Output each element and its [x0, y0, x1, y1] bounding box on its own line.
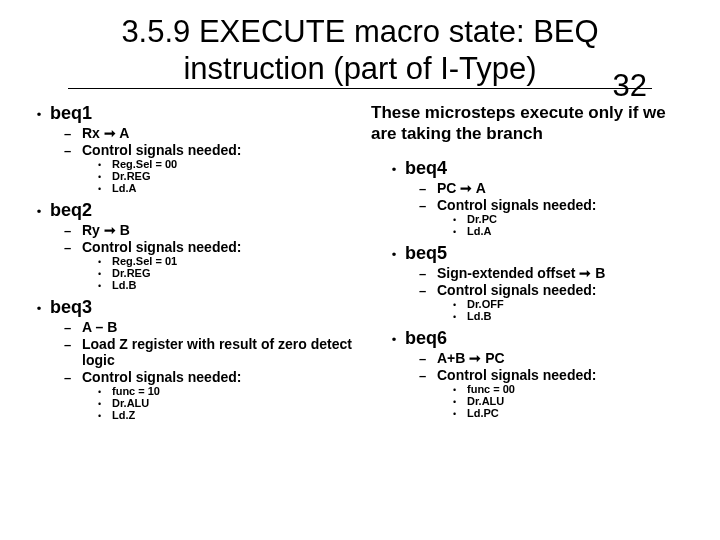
- signal-text: Ld.PC: [467, 407, 499, 419]
- signal-item: •Dr.OFF: [453, 298, 692, 310]
- bullet: •: [98, 172, 112, 182]
- signal-item: •Ld.Z: [98, 409, 355, 421]
- signal-item: •Ld.B: [98, 279, 355, 291]
- signal-text: Dr.OFF: [467, 298, 504, 310]
- microstep-label: beq5: [405, 243, 447, 264]
- right-column: These microsteps execute only if we are …: [365, 103, 692, 427]
- dash-bullet: –: [64, 240, 82, 255]
- microstep: •beq1–Rx ➞ A–Control signals needed:•Reg…: [28, 103, 355, 194]
- microstep: •beq6–A+B ➞ PC–Control signals needed:•f…: [383, 328, 692, 419]
- sub-text: Control signals needed:: [82, 142, 241, 158]
- signal-item: •Ld.B: [453, 310, 692, 322]
- dash-bullet: –: [419, 283, 437, 298]
- bullet: •: [98, 269, 112, 279]
- dash-bullet: –: [64, 126, 82, 141]
- signal-item: •Reg.Sel = 00: [98, 158, 355, 170]
- sub-text: A – B: [82, 319, 117, 335]
- sub-item: –A+B ➞ PC: [419, 350, 692, 366]
- bullet: •: [98, 160, 112, 170]
- microstep-label: beq6: [405, 328, 447, 349]
- bullet: •: [453, 227, 467, 237]
- sub-text: Control signals needed:: [82, 369, 241, 385]
- sub-item: –Control signals needed:•Dr.PC•Ld.A: [419, 197, 692, 237]
- signal-text: Reg.Sel = 01: [112, 255, 177, 267]
- signal-item: •func = 10: [98, 385, 355, 397]
- signal-item: •Dr.REG: [98, 267, 355, 279]
- signal-text: func = 10: [112, 385, 160, 397]
- slide-number: 32: [613, 68, 647, 104]
- sub-text: Control signals needed:: [437, 282, 596, 298]
- microstep-label: beq1: [50, 103, 92, 124]
- bullet: •: [28, 204, 50, 219]
- dash-bullet: –: [419, 368, 437, 383]
- microstep: •beq2–Ry ➞ B–Control signals needed:•Reg…: [28, 200, 355, 291]
- slide-title: 3.5.9 EXECUTE macro state: BEQ instructi…: [68, 14, 652, 89]
- sub-text: Ry ➞ B: [82, 222, 130, 238]
- sub-item: –Control signals needed:•Dr.OFF•Ld.B: [419, 282, 692, 322]
- dash-bullet: –: [64, 223, 82, 238]
- bullet: •: [98, 281, 112, 291]
- signal-text: Dr.PC: [467, 213, 497, 225]
- signal-text: Dr.REG: [112, 267, 151, 279]
- left-column: •beq1–Rx ➞ A–Control signals needed:•Reg…: [28, 103, 355, 427]
- signal-item: •Reg.Sel = 01: [98, 255, 355, 267]
- bullet: •: [98, 399, 112, 409]
- sub-item: –Control signals needed:•func = 10•Dr.AL…: [64, 369, 355, 421]
- signal-item: •Ld.A: [453, 225, 692, 237]
- signal-item: •Ld.A: [98, 182, 355, 194]
- bullet: •: [453, 397, 467, 407]
- microstep: •beq5–Sign-extended offset ➞ B–Control s…: [383, 243, 692, 322]
- microstep: •beq4–PC ➞ A–Control signals needed:•Dr.…: [383, 158, 692, 237]
- sub-item: –Ry ➞ B: [64, 222, 355, 238]
- signal-item: •Dr.REG: [98, 170, 355, 182]
- bullet: •: [98, 184, 112, 194]
- bullet: •: [453, 300, 467, 310]
- dash-bullet: –: [419, 266, 437, 281]
- signal-text: Reg.Sel = 00: [112, 158, 177, 170]
- bullet: •: [383, 162, 405, 177]
- bullet: •: [98, 387, 112, 397]
- dash-bullet: –: [64, 370, 82, 385]
- bullet: •: [453, 385, 467, 395]
- signal-text: Dr.ALU: [112, 397, 149, 409]
- dash-bullet: –: [419, 198, 437, 213]
- sub-item: –Control signals needed:•Reg.Sel = 01•Dr…: [64, 239, 355, 291]
- microstep-label: beq4: [405, 158, 447, 179]
- dash-bullet: –: [64, 320, 82, 335]
- branch-note: These microsteps execute only if we are …: [371, 103, 692, 144]
- bullet: •: [98, 411, 112, 421]
- sub-text: Sign-extended offset ➞ B: [437, 265, 605, 281]
- sub-text: Load Z register with result of zero dete…: [82, 336, 355, 368]
- sub-text: Control signals needed:: [437, 197, 596, 213]
- sub-item: –Control signals needed:•func = 00•Dr.AL…: [419, 367, 692, 419]
- microstep-label: beq2: [50, 200, 92, 221]
- bullet: •: [453, 312, 467, 322]
- bullet: •: [383, 247, 405, 262]
- signal-text: Dr.REG: [112, 170, 151, 182]
- signal-text: Dr.ALU: [467, 395, 504, 407]
- sub-text: Control signals needed:: [437, 367, 596, 383]
- bullet: •: [453, 409, 467, 419]
- signal-item: •Dr.ALU: [98, 397, 355, 409]
- signal-text: func = 00: [467, 383, 515, 395]
- signal-item: •func = 00: [453, 383, 692, 395]
- signal-text: Ld.B: [112, 279, 136, 291]
- sub-item: –PC ➞ A: [419, 180, 692, 196]
- bullet: •: [453, 215, 467, 225]
- signal-item: •Dr.PC: [453, 213, 692, 225]
- sub-text: PC ➞ A: [437, 180, 486, 196]
- sub-text: Control signals needed:: [82, 239, 241, 255]
- sub-text: A+B ➞ PC: [437, 350, 505, 366]
- dash-bullet: –: [419, 181, 437, 196]
- signal-text: Ld.Z: [112, 409, 135, 421]
- bullet: •: [383, 332, 405, 347]
- bullet: •: [28, 107, 50, 122]
- signal-text: Ld.A: [467, 225, 491, 237]
- dash-bullet: –: [64, 337, 82, 352]
- signal-item: •Dr.ALU: [453, 395, 692, 407]
- sub-item: –A – B: [64, 319, 355, 335]
- sub-item: –Sign-extended offset ➞ B: [419, 265, 692, 281]
- microstep: •beq3–A – B–Load Z register with result …: [28, 297, 355, 421]
- microstep-label: beq3: [50, 297, 92, 318]
- dash-bullet: –: [419, 351, 437, 366]
